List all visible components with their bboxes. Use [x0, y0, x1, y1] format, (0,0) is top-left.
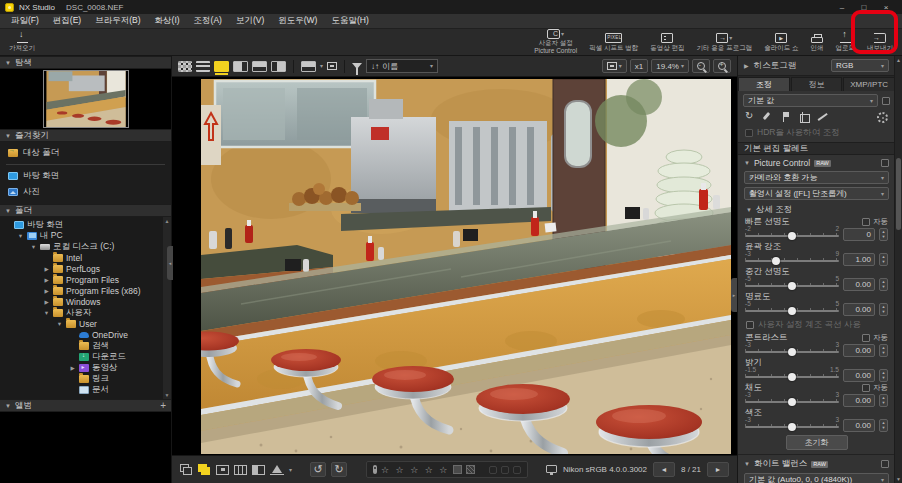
- memo-icon[interactable]: [501, 466, 509, 474]
- slider-value[interactable]: 0.00: [843, 344, 875, 357]
- zoom-percent-dropdown[interactable]: 19.4%▾: [651, 59, 689, 73]
- slider-thumb[interactable]: [788, 232, 796, 240]
- image-info-view-icon[interactable]: [271, 61, 286, 72]
- gradient-tool-icon[interactable]: [781, 112, 792, 123]
- folder-tree-item[interactable]: ▶ Program Files: [0, 274, 171, 285]
- slider-thumb[interactable]: [788, 348, 796, 356]
- slider-track[interactable]: -2 2: [745, 226, 839, 241]
- menu-item[interactable]: 파일(F): [4, 13, 46, 29]
- folder-tree-item[interactable]: OneDrive: [0, 329, 171, 340]
- slider-spinner[interactable]: ▲▼: [879, 228, 888, 241]
- thumbnail-grid-view-icon[interactable]: [178, 61, 192, 72]
- album-section-header[interactable]: ▼ 앨범 +: [0, 399, 171, 412]
- custom-curve-checkbox[interactable]: [746, 321, 754, 329]
- slider-track[interactable]: -3 9: [745, 251, 839, 266]
- slider-thumb[interactable]: [772, 257, 780, 265]
- label-box-icon[interactable]: [453, 465, 462, 474]
- slider-spinner[interactable]: ▲▼: [879, 394, 888, 407]
- favorite-item[interactable]: 대상 폴더: [0, 145, 171, 161]
- navigation-preview[interactable]: [0, 69, 171, 129]
- previous-image-button[interactable]: ◄: [653, 462, 675, 477]
- preset-dropdown[interactable]: 기본 값 ▾: [743, 94, 878, 107]
- white-balance-dropdown[interactable]: 기본 값 (Auto0, 0, 0 (4840K)) ▾: [744, 473, 889, 483]
- panel-tab[interactable]: 정보: [791, 77, 843, 91]
- menu-item[interactable]: 조정(A): [187, 13, 229, 29]
- compare-mode-icon[interactable]: [301, 61, 316, 72]
- slider-track[interactable]: -5 5: [745, 301, 839, 316]
- toolbar-button[interactable]: 업로드: [830, 29, 862, 55]
- folder-tree-item[interactable]: 바탕 화면: [0, 219, 171, 230]
- folder-tree-item[interactable]: 검색: [0, 340, 171, 351]
- crop-tool-icon[interactable]: [799, 112, 810, 123]
- slider-thumb[interactable]: [788, 373, 796, 381]
- folder-tree-item[interactable]: 다운로드: [0, 351, 171, 362]
- import-button[interactable]: 가져오기: [3, 29, 41, 55]
- expand-arrow-icon[interactable]: ▼: [17, 233, 24, 239]
- expand-arrow-icon[interactable]: ▼: [56, 321, 63, 327]
- toolbar-button[interactable]: 슬라이드 쇼: [758, 29, 804, 55]
- image-filmstrip-view-icon[interactable]: [233, 61, 248, 72]
- zoom-1to1-button[interactable]: x1: [630, 59, 648, 73]
- thumbnail-list-view-icon[interactable]: [196, 61, 210, 72]
- slider-value[interactable]: 0.00: [843, 303, 875, 316]
- slider-spinner[interactable]: ▲▼: [879, 369, 888, 382]
- slider-track[interactable]: -3 3: [745, 392, 839, 407]
- toolbar-button[interactable]: 픽셀 시프트 병합: [583, 29, 644, 55]
- image-view-icon[interactable]: [214, 61, 229, 72]
- maximize-button[interactable]: □: [853, 0, 875, 14]
- rotate-ccw-button[interactable]: ↺: [310, 462, 326, 477]
- expand-arrow-icon[interactable]: ▼: [43, 310, 50, 316]
- slider-value[interactable]: 0.00: [843, 369, 875, 382]
- picture-control-preset-dropdown[interactable]: 촬영시 설정 ([FL] 단조롭게) ▾: [744, 187, 889, 200]
- white-balance-header[interactable]: ▼ 화이트 밸런스 RAW: [738, 455, 895, 472]
- folder-tree-item[interactable]: ▼ 사용자: [0, 307, 171, 318]
- slider-spinner[interactable]: ▲▼: [879, 303, 888, 316]
- slider-spinner[interactable]: ▲▼: [879, 419, 888, 432]
- label-tag-icon[interactable]: [373, 465, 377, 474]
- auto-checkbox[interactable]: 자동: [862, 383, 888, 393]
- folders-section-header[interactable]: ▼ 폴더: [0, 204, 171, 217]
- settings-gear-icon[interactable]: [877, 112, 888, 123]
- compare-caret-icon[interactable]: ▾: [320, 63, 323, 69]
- star-rating[interactable]: ☆ ☆ ☆ ☆ ☆: [381, 465, 449, 475]
- full-screen-icon[interactable]: [327, 62, 337, 70]
- edit-mark-icon[interactable]: [513, 466, 521, 474]
- toolbar-button[interactable]: 내보내기: [861, 29, 899, 55]
- compare-icon[interactable]: [180, 464, 193, 475]
- expand-arrow-icon[interactable]: ▶: [43, 299, 50, 305]
- folder-tree-item[interactable]: ▶ PerfLogs: [0, 263, 171, 274]
- histogram-caret-icon[interactable]: ▾: [289, 467, 292, 473]
- favorite-item[interactable]: 사진: [0, 184, 171, 200]
- add-album-button[interactable]: +: [160, 401, 166, 411]
- slider-spinner[interactable]: ▲▼: [879, 278, 888, 291]
- expand-arrow-icon[interactable]: ▶: [43, 277, 50, 283]
- sort-dropdown[interactable]: ↓↑ 이름 ▾: [366, 59, 438, 73]
- folder-tree-item[interactable]: 문서: [0, 384, 171, 395]
- histogram-header[interactable]: ▶ 히스토그램 RGB ▾: [738, 56, 895, 76]
- panel-tab[interactable]: XMP/IPTC: [843, 77, 895, 91]
- toolbar-button[interactable]: ▾ 사용자 설정 Picture Control: [528, 29, 583, 55]
- folder-tree-item[interactable]: Intel: [0, 252, 171, 263]
- slider-value[interactable]: 0.00: [843, 278, 875, 291]
- menu-item[interactable]: 편집(E): [46, 13, 88, 29]
- folder-tree-item[interactable]: ▶ Windows: [0, 296, 171, 307]
- straighten-tool-icon[interactable]: [817, 112, 828, 123]
- folder-tree-item[interactable]: 링크: [0, 373, 171, 384]
- slider-value[interactable]: 1.00: [843, 253, 875, 266]
- retouch-brush-icon[interactable]: [763, 112, 774, 123]
- detail-adjust-header[interactable]: ▼ 상세 조정: [738, 202, 895, 216]
- panel-scrollbar[interactable]: ▲ ▼: [894, 56, 902, 483]
- slider-thumb[interactable]: [788, 423, 796, 431]
- auto-checkbox[interactable]: 자동: [862, 217, 888, 227]
- info-toggle-icon[interactable]: [252, 465, 265, 475]
- folder-tree-item[interactable]: ▼ 로컬 디스크 (C:): [0, 241, 171, 252]
- slider-spinner[interactable]: ▲▼: [879, 344, 888, 357]
- fit-mode-dropdown[interactable]: ▾: [602, 59, 627, 73]
- menu-item[interactable]: 도움말(H): [324, 13, 375, 29]
- favorites-section-header[interactable]: ▼ 즐겨찾기: [0, 129, 171, 142]
- next-image-button[interactable]: ►: [707, 462, 729, 477]
- sidebar-collapse-handle[interactable]: ◂: [167, 246, 173, 280]
- slider-thumb[interactable]: [788, 398, 796, 406]
- label-pattern-icon[interactable]: [466, 465, 475, 474]
- slider-track[interactable]: -3 3: [745, 417, 839, 432]
